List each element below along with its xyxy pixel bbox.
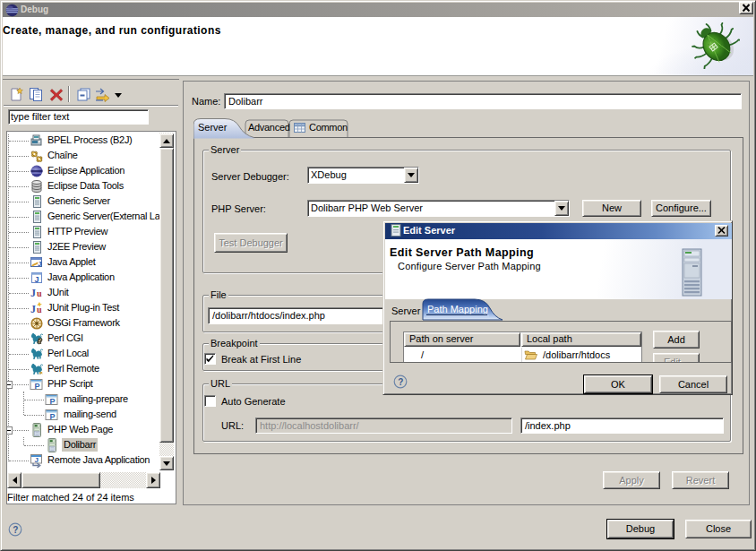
svg-text:J: J <box>30 303 36 315</box>
svg-text:Common: Common <box>309 122 348 133</box>
svg-text:?: ? <box>398 377 403 387</box>
svg-text:Advanced: Advanced <box>248 122 290 133</box>
svg-text:P: P <box>50 412 56 421</box>
svg-text:?: ? <box>13 525 18 535</box>
svg-text:Server: Server <box>198 122 228 133</box>
svg-text:J: J <box>35 275 39 284</box>
svg-text:J: J <box>30 287 36 299</box>
svg-text:P: P <box>50 397 56 406</box>
svg-text:u: u <box>37 288 42 298</box>
svg-text:Server: Server <box>391 306 421 316</box>
svg-text:Path Mapping: Path Mapping <box>427 304 488 314</box>
svg-text:J: J <box>35 456 39 464</box>
svg-text:J: J <box>38 260 41 268</box>
svg-text:P: P <box>35 382 40 391</box>
